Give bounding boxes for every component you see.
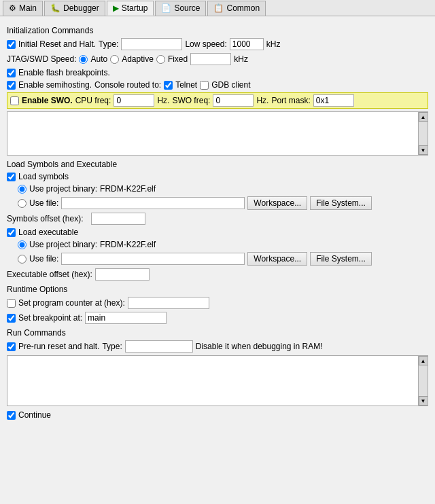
scroll-down-btn[interactable]: ▼ [419,145,428,155]
gdb-checkbox[interactable] [200,81,209,90]
telnet-checkbox[interactable] [164,81,173,90]
tab-debugger[interactable]: 🐛 Debugger [44,1,105,16]
filesystem2-btn[interactable]: File System... [310,252,372,266]
symbols-offset-input[interactable] [91,213,145,225]
low-speed-label: Low speed: [185,39,226,49]
runtime-section: Runtime Options Set program counter at (… [7,285,428,324]
init-commands-section: Initialization Commands Initial Reset an… [7,26,428,156]
jtag-khz-label: kHz [234,54,248,64]
breakpoint-row: Set breakpoint at: [7,312,428,324]
flash-bp-checkbox[interactable] [7,69,16,77]
semihosting-row: Enable semihosting. Console routed to: T… [7,80,428,90]
port-mask-label: Port mask: [271,96,310,105]
main-content: Initialization Commands Initial Reset an… [0,16,435,504]
workspace2-btn[interactable]: Workspace... [247,252,307,266]
executable-offset-input[interactable] [95,268,150,281]
use-project-binary2-row: Use project binary: FRDM-K22F.elf [18,240,428,249]
continue-checkbox[interactable] [7,411,16,420]
flash-bp-label: Enable flash breakpoints. [18,68,110,77]
disable-label: Disable it when debugging in RAM! [196,342,323,351]
low-speed-input[interactable] [230,38,264,50]
scrollbar-right[interactable]: ▲ ▼ [418,112,428,155]
main-icon: ⚙ [9,3,16,13]
project-binary-value: FRDM-K22F.elf [100,184,156,194]
port-mask-input[interactable] [313,94,354,107]
use-project-binary-radio[interactable] [18,185,27,194]
symbols-offset-row: Symbols offset (hex): [7,213,428,225]
breakpoint-label: Set breakpoint at: [18,313,82,323]
init-commands-title: Initialization Commands [7,26,428,35]
jtag-fixed-input[interactable] [190,53,231,65]
load-symbols-title: Load Symbols and Executable [7,160,428,169]
run-commands-textarea[interactable]: ▲ ▼ [7,355,428,406]
use-project-binary2-radio[interactable] [18,240,27,249]
load-symbols-checkbox[interactable] [7,173,16,181]
filesystem-btn[interactable]: File System... [310,196,372,210]
tab-startup[interactable]: ▶ Startup [107,1,154,16]
pre-run-row: Pre-run reset and halt. Type: Disable it… [7,340,428,353]
run-scroll-down-btn[interactable]: ▼ [419,396,428,406]
tab-common[interactable]: 📋 Common [207,1,266,16]
swo-freq-input[interactable] [213,94,254,107]
swo-label: Enable SWO. [22,96,73,105]
run-scroll-up-btn[interactable]: ▲ [419,356,428,365]
use-file2-input[interactable] [61,253,245,265]
telnet-label: Telnet [175,80,197,90]
use-file2-row: Use file: Workspace... File System... [18,252,428,266]
use-file2-radio[interactable] [18,255,27,264]
program-counter-row: Set program counter at (hex): [7,297,428,309]
run-type-label: Type: [102,342,122,351]
common-icon: 📋 [213,3,224,13]
jtag-adaptive-radio[interactable] [110,55,119,64]
use-file2-label: Use file: [29,254,58,264]
use-project-binary-label: Use project binary: [29,184,97,194]
source-icon: 📄 [161,3,171,13]
use-file-radio[interactable] [18,199,27,208]
continue-label: Continue [18,410,51,420]
breakpoint-checkbox[interactable] [7,314,16,323]
executable-offset-label: Executable offset (hex): [7,270,92,279]
use-file-label: Use file: [29,198,58,208]
workspace-btn[interactable]: Workspace... [247,196,307,210]
run-commands-section: Run Commands Pre-run reset and halt. Typ… [7,328,428,420]
swo-checkbox[interactable] [10,96,19,105]
symbols-offset-label: Symbols offset (hex): [7,214,88,223]
semihosting-label: Enable semihosting. [18,80,92,90]
executable-offset-row: Executable offset (hex): [7,268,428,281]
load-symbols-section: Load Symbols and Executable Load symbols… [7,160,428,281]
jtag-row: JTAG/SWD Speed: Auto Adaptive Fixed kHz [7,53,428,65]
initial-reset-checkbox[interactable] [7,40,16,49]
init-commands-textarea[interactable]: ▲ ▼ [7,111,428,156]
program-counter-checkbox[interactable] [7,299,16,308]
jtag-adaptive-label: Adaptive [122,54,154,64]
jtag-label: JTAG/SWD Speed: [7,54,76,64]
load-executable-checkbox[interactable] [7,228,16,237]
swo-row: Enable SWO. CPU freq: Hz. SWO freq: Hz. … [7,92,428,109]
load-symbols-row: Load symbols [7,172,428,181]
run-type-input[interactable] [125,340,193,353]
use-file-input[interactable] [61,197,245,209]
initial-reset-label: Initial Reset and Halt. [18,39,96,49]
jtag-fixed-radio[interactable] [156,55,165,64]
jtag-auto-label: Auto [90,54,107,64]
semihosting-checkbox[interactable] [7,81,16,90]
project-binary2-value: FRDM-K22F.elf [100,240,156,249]
tab-main[interactable]: ⚙ Main [3,1,43,16]
jtag-auto-radio[interactable] [79,55,88,64]
flash-bp-row: Enable flash breakpoints. [7,68,428,77]
program-counter-input[interactable] [128,297,209,309]
breakpoint-input[interactable] [85,312,167,324]
hz-label: Hz. [157,96,169,105]
run-scrollbar-right[interactable]: ▲ ▼ [418,356,428,406]
khz-label: kHz [266,39,281,49]
scroll-up-btn[interactable]: ▲ [419,112,428,122]
type-input[interactable] [121,38,182,50]
startup-icon: ▶ [113,3,119,13]
pre-run-checkbox[interactable] [7,342,16,351]
jtag-fixed-label: Fixed [168,54,188,64]
load-executable-label: Load executable [18,228,78,237]
debugger-icon: 🐛 [50,3,60,13]
cpu-freq-input[interactable] [114,94,154,107]
tab-source[interactable]: 📄 Source [155,1,206,16]
console-label: Console routed to: [94,80,161,90]
